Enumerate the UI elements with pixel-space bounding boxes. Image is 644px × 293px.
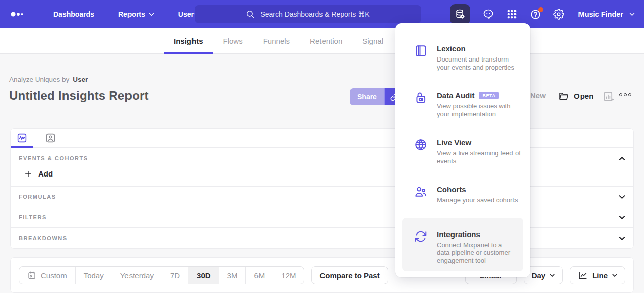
data-management-icon[interactable] (450, 4, 470, 24)
expand-section-button[interactable] (619, 236, 625, 241)
menu-item-title: Live View (437, 138, 471, 147)
chevron-down-icon (619, 236, 625, 241)
menu-item-description: Manage your saved cohorts (437, 196, 518, 204)
menu-item-live-view[interactable]: Live View View a live streaming feed of … (395, 138, 530, 165)
folder-icon (558, 91, 569, 101)
menu-item-title: Data Audit (437, 91, 474, 100)
nav-reports-label: Reports (118, 10, 145, 18)
data-management-menu: Lexicon Document and transform your even… (395, 23, 530, 277)
kicker-entity[interactable]: User (73, 76, 88, 83)
chevron-down-icon (612, 274, 617, 277)
menu-item-title: Integrations (437, 230, 480, 239)
tab-retention[interactable]: Retention (300, 28, 352, 54)
share-button[interactable]: Share (350, 88, 384, 105)
add-event-button[interactable]: Add (19, 169, 625, 178)
compare-label: Compare to Past (319, 271, 379, 280)
user-profile-icon (45, 133, 56, 143)
notification-dot (538, 7, 543, 12)
pulse-chart-icon (17, 133, 27, 143)
cohorts-users-icon (414, 185, 427, 198)
expand-section-button[interactable] (619, 215, 625, 220)
range-7d[interactable]: 7D (162, 267, 188, 284)
range-6m[interactable]: 6M (245, 267, 273, 284)
filters-section[interactable]: FILTERS (11, 207, 633, 227)
range-3m[interactable]: 3M (219, 267, 246, 284)
menu-item-title: Lexicon (437, 44, 466, 53)
open-report-button[interactable]: Open (558, 91, 593, 101)
integrations-sync-icon (414, 230, 427, 243)
project-switcher[interactable]: Music Finder (578, 10, 635, 18)
add-label: Add (38, 169, 53, 178)
menu-item-description: View possible issues with your implement… (437, 102, 522, 118)
range-12m[interactable]: 12M (273, 267, 304, 284)
menu-item-title: Cohorts (437, 185, 466, 194)
breakdowns-header: BREAKDOWNS (19, 235, 68, 241)
chevron-down-icon (550, 274, 555, 277)
share-label: Share (357, 93, 377, 101)
formulas-header: FORMULAS (19, 194, 56, 200)
plus-icon (24, 170, 32, 178)
settings-gear-icon[interactable] (553, 9, 564, 20)
top-navbar: Dashboards Reports Users Search Dashboar… (0, 0, 644, 28)
apps-grid-icon[interactable] (506, 9, 518, 20)
compare-to-past-button[interactable]: Compare to Past (311, 266, 388, 284)
tab-insights[interactable]: Insights (164, 28, 213, 54)
range-custom[interactable]: Custom (19, 267, 75, 284)
report-tabbar: Insights Flows Funnels Retention Signal … (0, 28, 644, 54)
tab-signal[interactable]: Signal (352, 28, 394, 54)
menu-item-lexicon[interactable]: Lexicon Document and transform your even… (395, 44, 530, 71)
data-audit-lock-icon (414, 91, 427, 104)
menu-item-description: Connect Mixpanel to a data pipeline or c… (437, 241, 515, 265)
report-kicker: Analyze Uniques by User (9, 76, 88, 83)
project-name: Music Finder (578, 10, 623, 18)
tab-flows[interactable]: Flows (213, 28, 253, 54)
mixpanel-logo-icon[interactable] (10, 11, 26, 18)
nav-reports[interactable]: Reports (106, 0, 166, 28)
search-placeholder: Search Dashboards & Reports ⌘K (260, 10, 369, 18)
beta-badge: BETA (479, 92, 499, 99)
breakdowns-section[interactable]: BREAKDOWNS (11, 227, 633, 248)
query-builder-panel: EVENTS & COHORTS Add FORMULAS FILTERS BR… (10, 128, 634, 249)
chevron-down-icon (619, 195, 625, 199)
chart-toolbar-panel: Custom Today Yesterday 7D 30D 3M 6M 12M … (10, 257, 634, 293)
globe-icon (414, 138, 427, 151)
menu-item-cohorts[interactable]: Cohorts Manage your saved cohorts (395, 185, 530, 204)
add-to-dashboard-icon[interactable] (603, 91, 614, 102)
menu-item-data-audit[interactable]: Data Audit BETA View possible issues wit… (395, 91, 530, 118)
range-30d[interactable]: 30D (188, 267, 219, 284)
range-custom-label: Custom (41, 271, 67, 280)
chart-type-dropdown[interactable]: Line (570, 266, 625, 284)
formulas-section[interactable]: FORMULAS (11, 186, 633, 207)
primary-nav: Dashboards Reports Users (41, 0, 210, 28)
nav-dashboards-label: Dashboards (53, 10, 94, 18)
line-chart-icon (578, 271, 588, 280)
events-cohorts-header: EVENTS & COHORTS (19, 155, 88, 161)
help-icon[interactable] (530, 9, 541, 20)
menu-item-integrations[interactable]: Integrations Connect Mixpanel to a data … (402, 218, 523, 272)
more-options-button[interactable] (619, 93, 631, 96)
nav-dashboards[interactable]: Dashboards (41, 0, 106, 28)
range-today[interactable]: Today (75, 267, 112, 284)
chevron-down-icon (629, 13, 635, 16)
collapse-section-button[interactable] (619, 156, 625, 161)
new-label: New (530, 91, 546, 100)
tab-funnels[interactable]: Funnels (253, 28, 300, 54)
chevron-up-icon (619, 156, 625, 161)
lexicon-book-icon (414, 44, 427, 57)
events-cohorts-section: EVENTS & COHORTS Add (11, 148, 633, 186)
date-range-control: Custom Today Yesterday 7D 30D 3M 6M 12M (19, 266, 304, 284)
menu-item-description: View a live streaming feed of events (437, 149, 522, 165)
menu-item-description: Document and transform your events and p… (437, 55, 522, 71)
search-input[interactable]: Search Dashboards & Reports ⌘K (195, 5, 421, 23)
chevron-down-icon (619, 215, 625, 220)
interval-label: Day (532, 271, 546, 280)
filters-header: FILTERS (19, 214, 47, 220)
builder-mode-tabs (11, 129, 633, 148)
expand-section-button[interactable] (619, 195, 625, 199)
users-mode-tab[interactable] (38, 129, 63, 147)
feedback-bubble-icon[interactable] (482, 8, 494, 20)
events-mode-tab[interactable] (11, 129, 33, 147)
chevron-down-icon (149, 13, 154, 16)
chart-type-label: Line (592, 271, 608, 280)
range-yesterday[interactable]: Yesterday (112, 267, 162, 284)
